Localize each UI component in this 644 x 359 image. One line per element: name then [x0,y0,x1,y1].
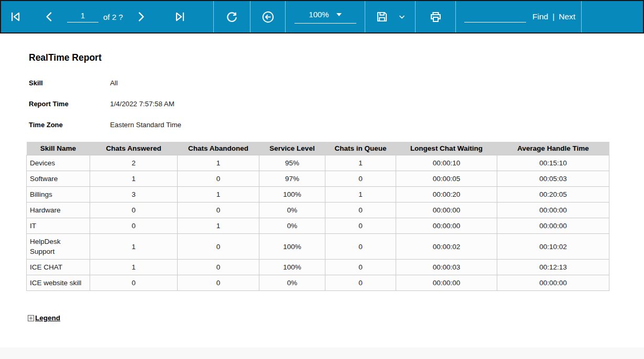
dropdown-arrow-icon [336,13,342,16]
column-header: Chats in Queue [325,142,396,155]
legend-label: Legend [35,314,60,322]
table-cell: 1 [90,260,178,275]
table-cell: 1 [90,234,178,260]
toolbar-group-refresh [214,1,250,32]
table-cell: 0 [325,171,396,187]
skill-name-cell: IT [27,218,90,234]
first-page-button[interactable] [6,6,24,28]
table-header-row: Skill NameChats AnsweredChats AbandonedS… [27,142,609,155]
table-cell: 1 [178,155,259,171]
chevron-down-icon [397,12,407,21]
skill-name-cell: Devices [27,155,90,171]
table-cell: 0 [90,218,178,234]
table-cell: 00:00:00 [497,218,609,234]
print-icon [429,10,443,24]
table-cell: 00:00:00 [497,275,609,291]
column-header: Skill Name [27,142,90,155]
expand-plus-icon [28,315,34,321]
find-text-input[interactable] [464,11,526,23]
table-cell: 0 [90,203,178,218]
previous-page-button[interactable] [41,6,59,28]
field-value: Eastern Standard Time [110,121,181,129]
table-cell: 1 [90,171,178,187]
table-row: ICE CHAT10100%000:00:0300:12:13 [27,260,609,275]
table-cell: 0 [90,275,178,291]
table-cell: 00:00:00 [396,203,497,218]
find-link[interactable]: Find [532,12,548,21]
toolbar-group-print [416,1,456,32]
table-header: Skill NameChats AnsweredChats AbandonedS… [27,142,609,155]
table-cell: 2 [90,155,178,171]
table-cell: 00:00:00 [497,203,609,218]
column-header: Chats Abandoned [178,142,259,155]
skill-name-cell: Billings [27,187,90,203]
table-body: Devices2195%100:00:1000:15:10Software109… [27,155,609,291]
toolbar-group-export [365,1,416,32]
skill-name-cell: ICE CHAT [27,260,90,275]
zoom-value-label: 100% [309,10,329,19]
print-button[interactable] [427,6,444,28]
table-cell: 97% [259,171,325,187]
report-title: RealTime Report [29,52,644,63]
column-header: Chats Answered [90,142,178,155]
zoom-select[interactable]: 100% [294,10,356,24]
table-cell: 00:00:03 [396,260,497,275]
refresh-icon [225,10,239,24]
toolbar-group-back [250,1,286,32]
page-number-input[interactable] [67,11,99,23]
table-row: Billings31100%100:00:2000:20:05 [27,187,609,203]
table-cell: 3 [90,187,178,203]
save-icon [375,10,389,24]
table-row: Devices2195%100:00:1000:15:10 [27,155,609,171]
table-cell: 00:20:05 [497,187,609,203]
table-row: Software1097%000:00:0500:05:03 [27,171,609,187]
table-cell: 95% [259,155,325,171]
last-page-button[interactable] [171,6,189,28]
table-cell: 100% [259,234,325,260]
table-cell: 00:05:03 [497,171,609,187]
skills-table: Skill NameChats AnsweredChats AbandonedS… [26,142,609,291]
next-page-button[interactable] [132,6,149,28]
field-label: Time Zone [29,121,110,129]
toolbar-spacer [582,1,643,32]
export-dropdown-button[interactable] [396,6,408,28]
back-arrow-icon [261,10,275,24]
field-row: Skill All [29,79,644,88]
table-cell: 00:10:02 [497,234,609,260]
next-link[interactable]: Next [559,12,575,21]
table-cell: 0% [259,275,325,291]
table-cell: 0 [178,203,259,218]
next-page-icon [134,10,147,24]
table-cell: 0 [325,275,396,291]
export-save-button[interactable] [373,6,391,28]
find-next-separator: | [552,12,554,21]
table-cell: 0 [178,260,259,275]
table-cell: 0% [259,203,325,218]
table-cell: 0 [178,171,259,187]
table-cell: 1 [325,187,396,203]
field-row: Time Zone Eastern Standard Time [29,121,644,130]
table-cell: 00:12:13 [497,260,609,275]
refresh-button[interactable] [223,6,241,28]
table-row: IT010%000:00:0000:00:00 [27,218,609,234]
previous-page-icon [43,10,57,24]
column-header: Average Handle Time [497,142,609,155]
table-row: Hardware000%000:00:0000:00:00 [27,203,609,218]
first-page-icon [8,10,22,24]
find-next-links: Find | Next [532,12,575,21]
table-cell: 0% [259,218,325,234]
report-viewer-toolbar: of 2 ? 100% [0,0,644,33]
table-cell: 00:00:10 [396,155,497,171]
skill-name-cell: ICE website skill [27,275,90,291]
table-cell: 0 [178,275,259,291]
table-cell: 100% [259,187,325,203]
column-header: Service Level [259,142,325,155]
field-label: Report Time [29,100,110,108]
toolbar-group-page-nav: of 2 ? [1,1,214,32]
field-label: Skill [29,79,110,87]
legend-toggle[interactable]: Legend [28,314,60,322]
back-to-parent-button[interactable] [259,6,277,28]
table-cell: 0 [178,234,259,260]
column-header: Longest Chat Waiting [396,142,497,155]
table-cell: 00:00:00 [396,218,497,234]
